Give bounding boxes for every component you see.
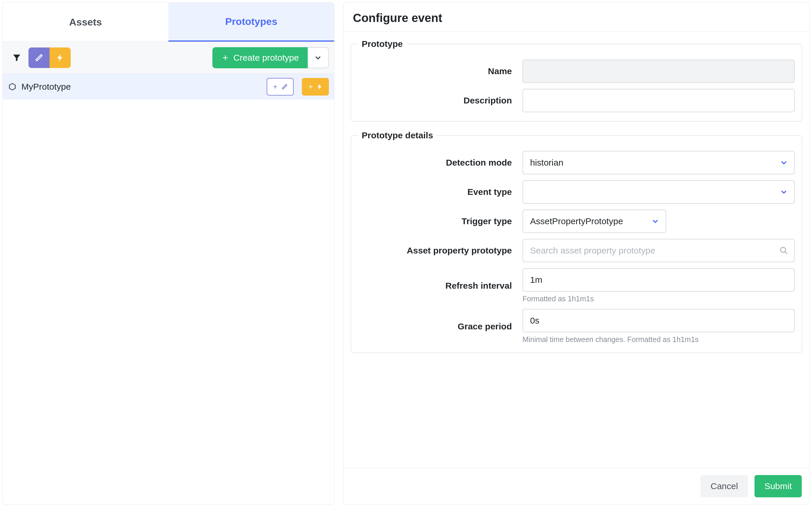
asset-property-search[interactable] — [522, 239, 795, 262]
bolt-icon — [316, 83, 323, 90]
create-prototype-button[interactable]: Create prototype — [212, 47, 308, 68]
app-root: Assets Prototypes — [0, 0, 812, 507]
row-detection-mode: Detection mode — [358, 151, 795, 174]
tab-assets[interactable]: Assets — [3, 3, 168, 42]
refresh-interval-field[interactable] — [522, 268, 795, 292]
event-type-select[interactable] — [522, 180, 795, 204]
label-name: Name — [358, 66, 522, 76]
tab-prototypes[interactable]: Prototypes — [168, 3, 334, 42]
description-field[interactable] — [522, 89, 795, 112]
create-prototype-dropdown[interactable] — [308, 47, 329, 68]
add-measure-button[interactable] — [267, 78, 294, 96]
label-detection-mode: Detection mode — [358, 158, 522, 168]
fieldset-prototype: Prototype Name Description — [351, 39, 802, 122]
prototype-list: MyPrototype — [3, 74, 334, 504]
form-footer: Cancel Submit — [344, 468, 809, 504]
view-events-button[interactable] — [50, 48, 71, 68]
row-name: Name — [358, 59, 795, 83]
view-measure-button[interactable] — [29, 48, 50, 68]
trigger-type-select[interactable] — [522, 210, 666, 233]
submit-button[interactable]: Submit — [755, 475, 802, 497]
bolt-icon — [56, 53, 64, 62]
row-event-type: Event type — [358, 180, 795, 204]
chevron-down-icon — [314, 53, 322, 62]
plus-icon — [221, 54, 230, 62]
ruler-icon — [34, 53, 44, 63]
funnel-icon — [12, 53, 21, 62]
create-prototype-label: Create prototype — [234, 53, 299, 63]
row-grace-period: Grace period Minimal time between change… — [358, 309, 795, 344]
row-refresh-interval: Refresh interval Formatted as 1h1m1s — [358, 268, 795, 303]
label-event-type: Event type — [358, 187, 522, 197]
cube-icon — [8, 82, 17, 91]
cancel-button[interactable]: Cancel — [701, 475, 748, 497]
add-event-button[interactable] — [302, 78, 329, 96]
legend-details: Prototype details — [358, 130, 437, 140]
row-trigger-type: Trigger type — [358, 210, 795, 233]
row-description: Description — [358, 89, 795, 112]
fieldset-details: Prototype details Detection mode Event t… — [351, 130, 802, 353]
detection-mode-select[interactable] — [522, 151, 795, 174]
view-toggle-group — [29, 48, 71, 68]
ruler-icon — [281, 83, 288, 91]
row-asset-property: Asset property prototype — [358, 239, 795, 262]
page-title: Configure event — [344, 3, 809, 32]
label-refresh-interval: Refresh interval — [358, 281, 522, 291]
create-prototype-group: Create prototype — [212, 47, 329, 68]
left-toolbar: Create prototype — [3, 42, 334, 74]
list-item[interactable]: MyPrototype — [3, 74, 334, 100]
plus-icon — [307, 83, 314, 90]
help-grace: Minimal time between changes. Formatted … — [522, 335, 795, 344]
label-asset-property: Asset property prototype — [358, 245, 522, 256]
label-grace-period: Grace period — [358, 322, 522, 331]
label-description: Description — [358, 96, 522, 106]
filter-button[interactable] — [8, 48, 26, 68]
left-panel: Assets Prototypes — [2, 2, 335, 505]
help-refresh: Formatted as 1h1m1s — [522, 294, 795, 303]
grace-period-field[interactable] — [522, 309, 795, 332]
list-item-label: MyPrototype — [21, 82, 71, 92]
right-panel: Configure event Prototype Name Descripti… — [343, 2, 810, 505]
label-trigger-type: Trigger type — [358, 216, 522, 226]
tabs: Assets Prototypes — [3, 3, 334, 42]
plus-icon — [272, 83, 278, 90]
legend-prototype: Prototype — [358, 39, 406, 49]
name-field — [522, 59, 795, 83]
form-body: Prototype Name Description Prototype det… — [344, 32, 809, 468]
